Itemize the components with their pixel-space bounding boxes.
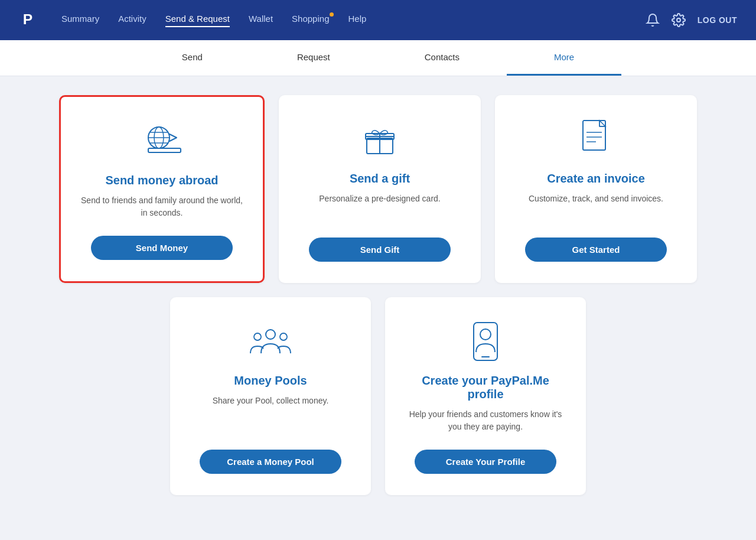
card-send-gift: Send a gift Personalize a pre-designed c… — [279, 95, 481, 283]
create-invoice-desc: Customize, track, and send invoices. — [529, 193, 663, 221]
top-navigation: P Summary Activity Send & Request Wallet… — [0, 0, 756, 40]
svg-rect-13 — [583, 121, 605, 150]
sub-nav-contacts[interactable]: Contacts — [377, 40, 507, 76]
card-paypalme: Create your PayPal.Me profile Help your … — [385, 297, 586, 495]
nav-right-controls: LOG OUT — [646, 13, 737, 27]
money-pools-title: Money Pools — [234, 374, 307, 388]
nav-wallet[interactable]: Wallet — [249, 14, 273, 27]
get-started-button[interactable]: Get Started — [525, 238, 667, 262]
card-money-pools: Money Pools Share your Pool, collect mon… — [170, 297, 371, 495]
create-invoice-title: Create an invoice — [547, 172, 645, 186]
main-nav-links: Summary Activity Send & Request Wallet S… — [61, 14, 646, 27]
card-create-invoice: Create an invoice Customize, track, and … — [495, 95, 697, 283]
send-gift-title: Send a gift — [350, 172, 410, 186]
svg-point-21 — [280, 333, 287, 340]
send-money-abroad-icon — [141, 121, 183, 162]
paypal-logo[interactable]: P — [19, 8, 40, 32]
nav-summary[interactable]: Summary — [61, 14, 99, 27]
nav-activity[interactable]: Activity — [118, 14, 146, 27]
nav-help[interactable]: Help — [348, 14, 366, 27]
svg-rect-22 — [474, 323, 497, 360]
svg-point-20 — [254, 333, 261, 340]
send-money-abroad-title: Send money abroad — [105, 174, 218, 187]
logout-button[interactable]: LOG OUT — [698, 15, 737, 25]
money-pools-icon — [249, 321, 292, 362]
cards-row-2: Money Pools Share your Pool, collect mon… — [59, 297, 697, 495]
send-money-button[interactable]: Send Money — [91, 236, 233, 260]
create-your-profile-button[interactable]: Create Your Profile — [415, 450, 556, 474]
send-gift-desc: Personalize a pre-designed card. — [319, 193, 440, 221]
paypalme-desc: Help your friends and customers know it'… — [403, 408, 568, 433]
svg-rect-8 — [148, 148, 181, 152]
send-gift-icon — [361, 119, 399, 160]
main-content: Send money abroad Send to friends and fa… — [0, 76, 756, 540]
sub-navigation: Send Request Contacts More — [0, 40, 756, 76]
svg-point-2 — [677, 18, 680, 22]
money-pools-desc: Share your Pool, collect money. — [213, 395, 329, 433]
sub-nav-more[interactable]: More — [507, 40, 621, 76]
card-send-money-abroad: Send money abroad Send to friends and fa… — [59, 95, 265, 283]
paypalme-title: Create your PayPal.Me profile — [403, 374, 568, 401]
svg-point-19 — [266, 330, 275, 339]
svg-point-23 — [480, 329, 491, 340]
create-invoice-icon — [579, 119, 612, 160]
sub-nav-send[interactable]: Send — [135, 40, 250, 76]
send-gift-button[interactable]: Send Gift — [309, 238, 451, 262]
settings-button[interactable] — [672, 13, 686, 27]
send-money-abroad-desc: Send to friends and family around the wo… — [79, 194, 245, 219]
create-money-pool-button[interactable]: Create a Money Pool — [200, 450, 341, 474]
paypalme-icon — [470, 321, 501, 362]
nav-shopping[interactable]: Shopping — [292, 14, 329, 27]
nav-send-request[interactable]: Send & Request — [165, 14, 230, 27]
svg-text:P: P — [23, 11, 32, 27]
cards-row-1: Send money abroad Send to friends and fa… — [59, 95, 697, 283]
notifications-button[interactable] — [646, 13, 660, 27]
sub-nav-request[interactable]: Request — [250, 40, 377, 76]
